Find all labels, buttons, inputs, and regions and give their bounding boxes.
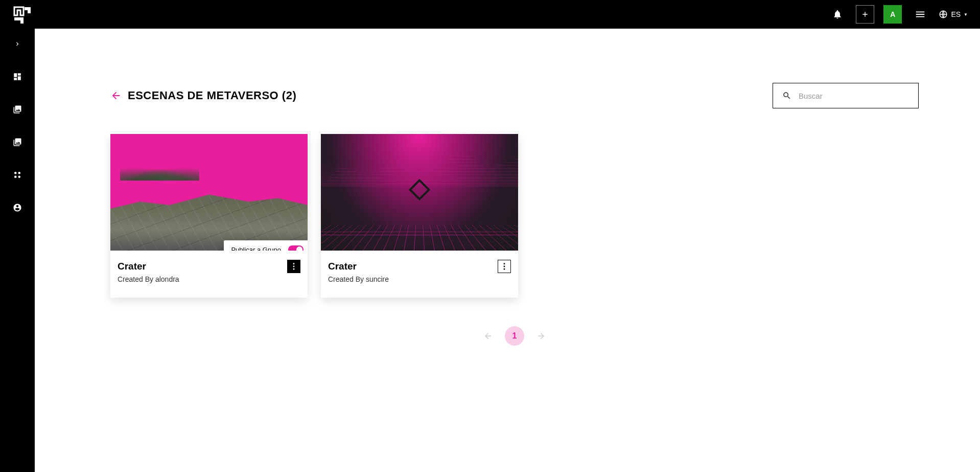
chevron-down-icon: ▼	[964, 12, 968, 17]
card-menu-button[interactable]	[287, 260, 300, 273]
sidebar-account[interactable]	[8, 198, 27, 217]
card-title: Crater	[328, 261, 511, 272]
gallery-icon	[13, 105, 22, 114]
svg-point-6	[293, 266, 295, 267]
popover-label: Publicar a Grupo	[231, 246, 281, 251]
svg-point-3	[14, 176, 17, 178]
pagination-page[interactable]: 1	[505, 326, 524, 346]
main-content: ESCENAS DE METAVERSO (2) Publicar a Grup…	[35, 0, 980, 346]
images-icon	[13, 138, 22, 147]
svg-point-5	[293, 263, 295, 264]
card-body: Crater Created By alondra	[110, 251, 308, 298]
sidebar-images[interactable]	[8, 133, 27, 151]
cards-grid: Publicar a Grupo Crater Created By alond…	[110, 134, 919, 298]
logo[interactable]	[12, 4, 33, 25]
pagination: 1	[110, 326, 919, 346]
sidebar-expand[interactable]	[8, 35, 27, 53]
card-thumbnail: Publicar a Grupo	[110, 134, 308, 251]
pagination-next[interactable]	[536, 331, 546, 341]
notifications-button[interactable]	[828, 5, 847, 24]
chevron-right-icon	[14, 40, 21, 48]
svg-point-1	[14, 172, 17, 174]
dots-vertical-icon	[503, 263, 505, 270]
card-subtitle: Created By alondra	[118, 275, 300, 283]
sidebar-dashboard[interactable]	[8, 68, 27, 86]
svg-point-8	[504, 263, 505, 264]
account-icon	[13, 203, 22, 212]
page-title: ESCENAS DE METAVERSO (2)	[128, 89, 296, 102]
svg-point-9	[504, 266, 505, 267]
publish-toggle[interactable]	[288, 245, 304, 251]
back-button[interactable]	[110, 90, 122, 101]
scene-card[interactable]: Crater Created By suncire	[321, 134, 518, 298]
sidebar-gallery[interactable]	[8, 100, 27, 119]
dots-vertical-icon	[293, 263, 295, 270]
arrow-left-icon	[110, 90, 122, 101]
svg-point-10	[504, 268, 505, 270]
search-box[interactable]	[773, 83, 919, 108]
language-selector[interactable]: ES ▼	[939, 10, 968, 19]
card-thumbnail	[321, 134, 518, 251]
header: A ES ▼	[0, 0, 980, 29]
language-label: ES	[951, 10, 961, 18]
card-body: Crater Created By suncire	[321, 251, 518, 298]
search-icon	[782, 91, 791, 100]
dashboard-icon	[13, 72, 22, 81]
card-menu-button[interactable]	[498, 260, 511, 273]
svg-point-2	[18, 172, 21, 174]
scene-card[interactable]: Publicar a Grupo Crater Created By alond…	[110, 134, 308, 298]
arrow-left-icon	[483, 331, 493, 341]
sidebar-apps[interactable]	[8, 166, 27, 184]
apps-icon	[13, 170, 22, 179]
svg-point-7	[293, 268, 295, 270]
avatar[interactable]: A	[883, 5, 902, 24]
svg-point-4	[18, 176, 21, 178]
publish-popover: Publicar a Grupo	[224, 240, 308, 251]
card-title: Crater	[118, 261, 300, 272]
title-wrap: ESCENAS DE METAVERSO (2)	[110, 89, 296, 102]
menu-button[interactable]	[911, 5, 929, 24]
search-input[interactable]	[799, 92, 909, 100]
add-button[interactable]	[856, 5, 874, 24]
arrow-right-icon	[536, 331, 546, 341]
pagination-prev[interactable]	[483, 331, 493, 341]
top-row: ESCENAS DE METAVERSO (2)	[110, 83, 919, 108]
sidebar	[0, 29, 35, 366]
card-subtitle: Created By suncire	[328, 275, 511, 283]
header-actions: A ES ▼	[828, 5, 968, 24]
globe-icon	[939, 10, 948, 19]
